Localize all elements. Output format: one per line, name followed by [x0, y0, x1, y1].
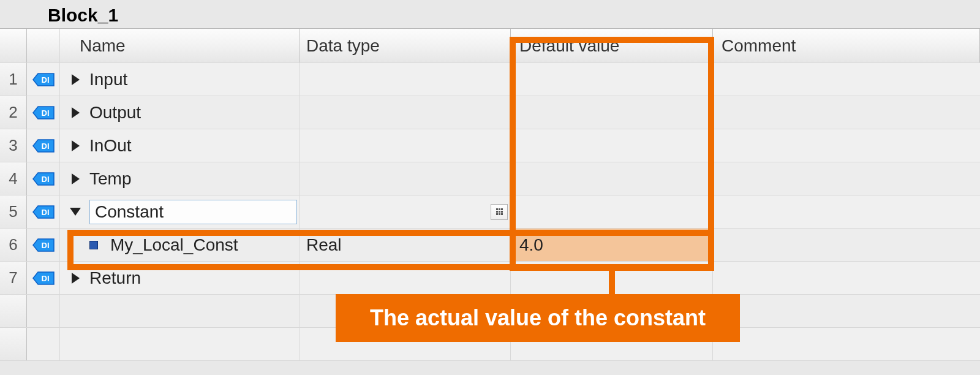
comment-cell[interactable] — [713, 96, 980, 129]
comment-cell[interactable] — [713, 162, 980, 195]
caret-right-icon[interactable] — [70, 107, 81, 118]
row-label: My_Local_Const — [110, 235, 238, 255]
tag-icon: DI — [32, 238, 55, 252]
default-cell[interactable] — [511, 63, 713, 96]
tag-icon: DI — [32, 271, 55, 286]
datatype-cell[interactable] — [300, 63, 511, 96]
tag-icon-cell: DI — [27, 96, 60, 129]
row-number[interactable]: 4 — [0, 162, 27, 195]
row-label: Output — [89, 103, 141, 123]
header-datatype[interactable]: Data type — [300, 29, 511, 63]
svg-text:DI: DI — [41, 175, 49, 184]
annotation-connector — [609, 267, 615, 297]
name-cell[interactable]: Input — [60, 63, 300, 96]
header-tagicon-spacer — [27, 29, 60, 63]
datatype-cell[interactable] — [300, 162, 511, 195]
default-cell[interactable] — [511, 162, 713, 195]
name-cell[interactable]: My_Local_Const — [60, 229, 300, 261]
name-cell[interactable]: InOut — [60, 129, 300, 162]
annotation-callout: The actual value of the constant — [336, 294, 740, 342]
row-label: InOut — [89, 136, 131, 156]
tag-icon-cell: DI — [27, 63, 60, 96]
name-cell[interactable]: Return — [60, 262, 300, 294]
row-label: Temp — [89, 169, 131, 189]
default-cell[interactable] — [511, 195, 713, 228]
table-row-child[interactable]: 6 DI My_Local_Const Real 4.0 — [0, 229, 980, 262]
tag-icon-cell: DI — [27, 262, 60, 294]
datatype-cell[interactable] — [300, 195, 511, 228]
header-default-value[interactable]: Default value — [511, 29, 713, 63]
list-icon — [496, 208, 503, 215]
grid-header-row: Name Data type Default value Comment — [0, 29, 980, 63]
row-number[interactable]: 3 — [0, 129, 27, 162]
tag-icon: DI — [32, 72, 55, 87]
name-cell[interactable]: Output — [60, 96, 300, 129]
header-name[interactable]: Name — [60, 29, 300, 63]
header-rownum-spacer — [0, 29, 27, 63]
comment-cell[interactable] — [713, 195, 980, 228]
tag-icon-cell: DI — [27, 162, 60, 195]
default-value: 4.0 — [519, 235, 543, 255]
datatype-cell[interactable]: Real — [300, 229, 511, 261]
tag-icon: DI — [32, 138, 55, 153]
row-label: Input — [89, 70, 127, 89]
table-row[interactable]: 5 DI Constant — [0, 195, 980, 229]
header-comment[interactable]: Comment — [713, 29, 980, 63]
caret-right-icon[interactable] — [70, 273, 81, 284]
row-number[interactable]: 5 — [0, 195, 27, 228]
comment-cell[interactable] — [713, 229, 980, 261]
table-row[interactable]: 3 DI InOut — [0, 129, 980, 162]
svg-text:DI: DI — [41, 142, 49, 151]
tag-icon: DI — [32, 205, 55, 219]
datatype-cell[interactable] — [300, 129, 511, 162]
svg-text:DI: DI — [41, 75, 49, 85]
row-number[interactable]: 7 — [0, 262, 27, 294]
row-number — [0, 328, 27, 360]
caret-right-icon[interactable] — [70, 74, 81, 85]
svg-text:DI: DI — [41, 208, 49, 217]
table-row[interactable]: 2 DI Output — [0, 96, 980, 129]
caret-down-icon[interactable] — [70, 206, 81, 218]
datatype-picker-button[interactable] — [491, 204, 508, 220]
comment-cell[interactable] — [713, 63, 980, 96]
tag-icon-cell: DI — [27, 195, 60, 228]
datatype-cell[interactable] — [300, 262, 511, 294]
table-row[interactable]: 7 DI Return — [0, 262, 980, 295]
table-row[interactable]: 4 DI Temp — [0, 162, 980, 195]
datatype-cell[interactable] — [300, 96, 511, 129]
tag-icon-cell: DI — [27, 229, 60, 261]
row-number — [0, 295, 27, 327]
block-title: Block_1 — [0, 0, 980, 28]
name-editable[interactable]: Constant — [89, 200, 297, 224]
table-row[interactable]: 1 DI Input — [0, 63, 980, 96]
name-cell[interactable]: Temp — [60, 162, 300, 195]
default-cell[interactable]: 4.0 — [511, 229, 713, 261]
row-number[interactable]: 1 — [0, 63, 27, 96]
tag-icon: DI — [32, 105, 55, 120]
caret-right-icon[interactable] — [70, 140, 81, 151]
svg-text:DI: DI — [41, 108, 49, 118]
svg-text:DI: DI — [41, 274, 49, 283]
name-cell[interactable]: Constant — [60, 195, 300, 228]
svg-text:DI: DI — [41, 241, 49, 250]
row-number[interactable]: 6 — [0, 229, 27, 261]
caret-right-icon[interactable] — [70, 173, 81, 184]
default-cell[interactable] — [511, 96, 713, 129]
row-label: Constant — [95, 202, 164, 222]
default-cell[interactable] — [511, 129, 713, 162]
datatype-value: Real — [306, 235, 342, 255]
row-label: Return — [89, 268, 141, 288]
variable-bullet-icon — [89, 241, 98, 249]
row-number[interactable]: 2 — [0, 96, 27, 129]
tag-icon: DI — [32, 172, 55, 186]
tag-icon-cell: DI — [27, 129, 60, 162]
comment-cell[interactable] — [713, 262, 980, 294]
comment-cell[interactable] — [713, 129, 980, 162]
